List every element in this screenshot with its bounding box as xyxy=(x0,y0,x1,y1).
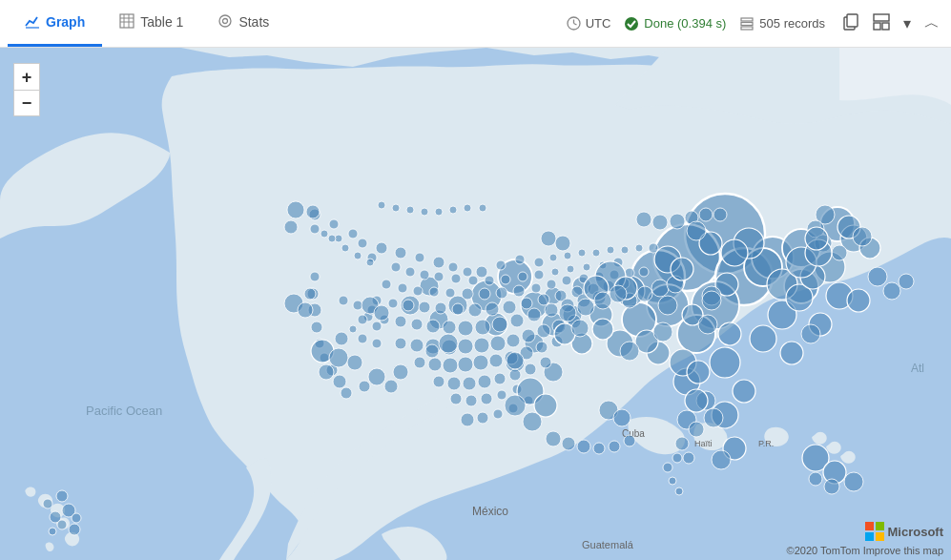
svg-point-199 xyxy=(366,259,374,266)
svg-point-170 xyxy=(443,358,458,373)
svg-point-96 xyxy=(434,272,444,281)
svg-point-299 xyxy=(671,258,693,280)
svg-point-251 xyxy=(359,381,370,392)
svg-point-148 xyxy=(475,320,490,335)
svg-point-324 xyxy=(374,305,389,321)
svg-point-208 xyxy=(310,272,320,281)
svg-point-46 xyxy=(801,324,820,343)
tomtom-credit[interactable]: ©2020 TomTom Improve this map xyxy=(787,545,943,556)
svg-point-197 xyxy=(341,244,349,252)
svg-point-328 xyxy=(577,299,594,316)
svg-point-224 xyxy=(669,477,676,485)
tab-graph[interactable]: Graph xyxy=(8,0,102,47)
svg-point-90 xyxy=(621,246,629,254)
svg-point-252 xyxy=(335,332,348,345)
layout-icon[interactable] xyxy=(869,11,894,36)
svg-point-157 xyxy=(410,339,424,352)
svg-point-70 xyxy=(348,229,358,239)
svg-point-108 xyxy=(382,280,391,289)
tab-table[interactable]: Table 1 xyxy=(102,0,200,47)
svg-point-326 xyxy=(310,224,320,234)
tab-stats-label: Stats xyxy=(238,14,269,30)
svg-point-262 xyxy=(56,490,68,502)
svg-point-246 xyxy=(372,339,382,348)
svg-point-45 xyxy=(780,342,803,364)
svg-point-100 xyxy=(501,275,510,284)
svg-point-217 xyxy=(685,389,708,412)
svg-point-127 xyxy=(403,300,414,311)
svg-point-244 xyxy=(349,325,357,333)
svg-point-304 xyxy=(805,227,828,250)
svg-point-168 xyxy=(414,357,425,368)
svg-point-145 xyxy=(426,320,440,333)
tab-stats[interactable]: Stats xyxy=(200,0,286,47)
records-icon xyxy=(739,16,755,31)
svg-point-182 xyxy=(494,373,506,384)
svg-point-254 xyxy=(306,205,320,218)
copy-icon[interactable] xyxy=(838,11,863,36)
chevron-down-icon[interactable]: ▾ xyxy=(899,12,915,34)
svg-point-261 xyxy=(319,364,334,380)
svg-point-78 xyxy=(433,257,444,268)
svg-point-243 xyxy=(372,321,382,331)
svg-point-72 xyxy=(320,230,328,238)
zoom-out-button[interactable]: − xyxy=(13,90,40,116)
svg-point-36 xyxy=(710,347,740,378)
svg-point-6 xyxy=(219,15,231,27)
svg-point-250 xyxy=(384,380,398,393)
svg-point-51 xyxy=(733,380,755,403)
done-label: Done (0.394 s) xyxy=(644,16,726,31)
svg-rect-13 xyxy=(741,22,753,25)
microsoft-grid-icon xyxy=(865,522,884,541)
svg-point-82 xyxy=(496,260,506,270)
svg-point-164 xyxy=(522,329,535,342)
svg-point-150 xyxy=(510,314,524,327)
svg-point-222 xyxy=(672,453,682,463)
svg-point-147 xyxy=(458,321,473,336)
svg-rect-12 xyxy=(741,18,753,21)
svg-point-152 xyxy=(545,303,558,317)
svg-point-98 xyxy=(468,276,478,285)
zoom-in-button[interactable]: + xyxy=(13,63,40,90)
svg-point-249 xyxy=(368,368,385,385)
svg-point-205 xyxy=(449,206,457,214)
svg-point-77 xyxy=(415,253,424,262)
svg-point-7 xyxy=(223,18,228,23)
tab-graph-label: Graph xyxy=(46,14,85,30)
svg-point-50 xyxy=(899,274,914,289)
svg-point-105 xyxy=(583,263,590,271)
svg-point-315 xyxy=(687,361,710,384)
svg-point-263 xyxy=(43,499,52,508)
svg-point-89 xyxy=(607,246,614,254)
svg-point-306 xyxy=(853,227,872,246)
svg-point-292 xyxy=(687,221,706,240)
svg-point-211 xyxy=(311,321,322,333)
svg-point-239 xyxy=(339,296,348,305)
svg-point-87 xyxy=(578,249,586,257)
svg-point-73 xyxy=(358,239,367,248)
svg-point-129 xyxy=(435,302,446,314)
microsoft-logo: Microsoft xyxy=(865,522,944,541)
svg-point-202 xyxy=(406,206,414,214)
svg-point-336 xyxy=(658,296,677,315)
ms-yellow-square xyxy=(876,532,884,541)
svg-point-312 xyxy=(505,395,526,416)
collapse-icon[interactable]: ︿ xyxy=(920,11,943,35)
svg-point-198 xyxy=(354,252,362,259)
svg-point-242 xyxy=(358,315,367,324)
svg-point-103 xyxy=(551,268,559,276)
svg-point-11 xyxy=(625,17,638,31)
svg-point-146 xyxy=(443,321,456,334)
svg-point-134 xyxy=(521,298,532,309)
svg-point-185 xyxy=(540,357,551,368)
svg-point-186 xyxy=(450,393,462,404)
svg-point-325 xyxy=(304,288,316,300)
utc-badge: UTC xyxy=(567,16,611,31)
svg-point-99 xyxy=(485,276,494,285)
svg-point-234 xyxy=(652,215,668,230)
svg-point-218 xyxy=(704,408,723,427)
svg-point-278 xyxy=(593,443,605,454)
svg-point-85 xyxy=(549,254,557,261)
svg-point-115 xyxy=(496,287,507,299)
svg-point-183 xyxy=(509,369,521,381)
